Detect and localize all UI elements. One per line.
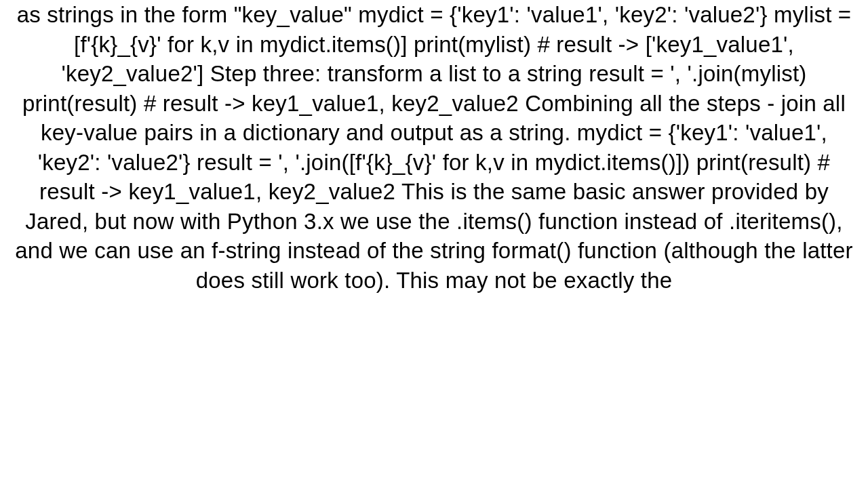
document-container: as strings in the form "key_value" mydic… [0, 0, 868, 488]
document-body: as strings in the form "key_value" mydic… [14, 0, 854, 295]
